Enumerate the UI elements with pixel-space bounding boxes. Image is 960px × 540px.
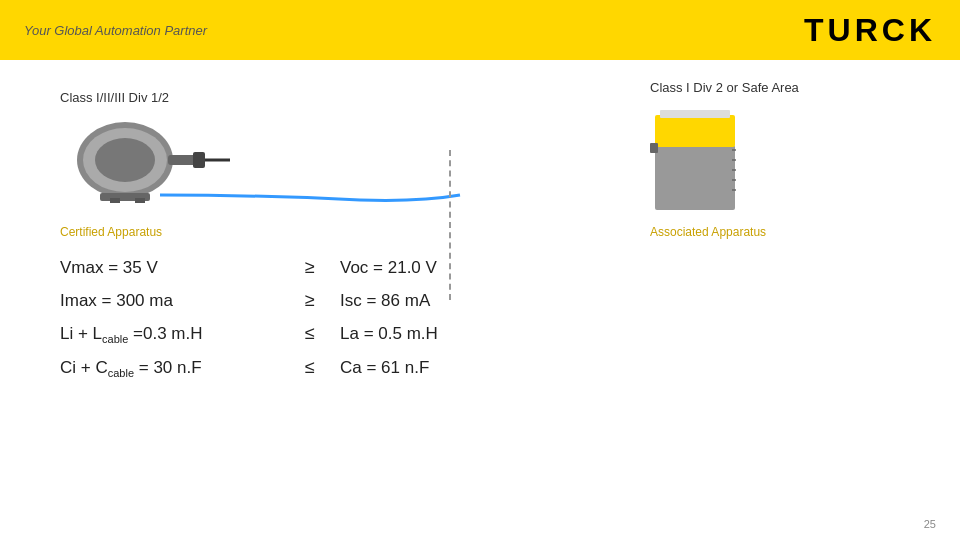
- left-value-4: Ci + Ccable = 30 n.F: [60, 358, 280, 379]
- main-content: Class I/II/III Div 1/2: [0, 60, 960, 412]
- sensor-illustration: [60, 115, 220, 215]
- table-row: Imax = 300 ma ≥ Isc = 86 mA: [60, 290, 900, 311]
- table-row: Ci + Ccable = 30 n.F ≤ Ca = 61 n.F: [60, 357, 900, 379]
- svg-rect-7: [110, 198, 120, 203]
- right-value-4: Ca = 61 n.F: [340, 358, 429, 378]
- barrier-illustration: [650, 105, 740, 215]
- table-row: Vmax = 35 V ≥ Voc = 21.0 V: [60, 257, 900, 278]
- svg-rect-9: [655, 145, 735, 210]
- svg-point-2: [95, 138, 155, 182]
- svg-rect-4: [193, 152, 205, 168]
- left-value-3: Li + Lcable =0.3 m.H: [60, 324, 280, 345]
- right-value-2: Isc = 86 mA: [340, 291, 430, 311]
- operator-2: ≥: [280, 290, 340, 311]
- tagline: Your Global Automation Partner: [24, 23, 207, 38]
- right-section-label: Class I Div 2 or Safe Area: [650, 80, 799, 95]
- associated-label: Associated Apparatus: [650, 225, 766, 239]
- left-section: Class I/II/III Div 1/2: [60, 90, 340, 239]
- certified-label: Certified Apparatus: [60, 225, 162, 239]
- svg-rect-8: [135, 198, 145, 203]
- page-number: 25: [924, 518, 936, 530]
- svg-rect-3: [168, 155, 196, 165]
- right-value-1: Voc = 21.0 V: [340, 258, 437, 278]
- barrier-svg: [650, 105, 740, 215]
- header: Your Global Automation Partner TURCK: [0, 0, 960, 60]
- svg-rect-10: [655, 115, 735, 147]
- divider-line: [449, 150, 451, 300]
- operator-3: ≤: [280, 323, 340, 344]
- turck-logo: TURCK: [804, 12, 936, 49]
- right-value-3: La = 0.5 m.H: [340, 324, 438, 344]
- operator-4: ≤: [280, 357, 340, 378]
- svg-rect-17: [650, 143, 658, 153]
- diagram-row: Class I/II/III Div 1/2: [60, 90, 900, 239]
- page-footer: 25: [924, 518, 936, 530]
- right-section: Class I Div 2 or Safe Area: [650, 80, 799, 239]
- sensor-svg: [60, 115, 230, 205]
- left-section-label: Class I/II/III Div 1/2: [60, 90, 169, 105]
- left-value-2: Imax = 300 ma: [60, 291, 280, 311]
- left-value-1: Vmax = 35 V: [60, 258, 280, 278]
- svg-rect-11: [660, 110, 730, 118]
- operator-1: ≥: [280, 257, 340, 278]
- table-row: Li + Lcable =0.3 m.H ≤ La = 0.5 m.H: [60, 323, 900, 345]
- data-table: Vmax = 35 V ≥ Voc = 21.0 V Imax = 300 ma…: [60, 257, 900, 380]
